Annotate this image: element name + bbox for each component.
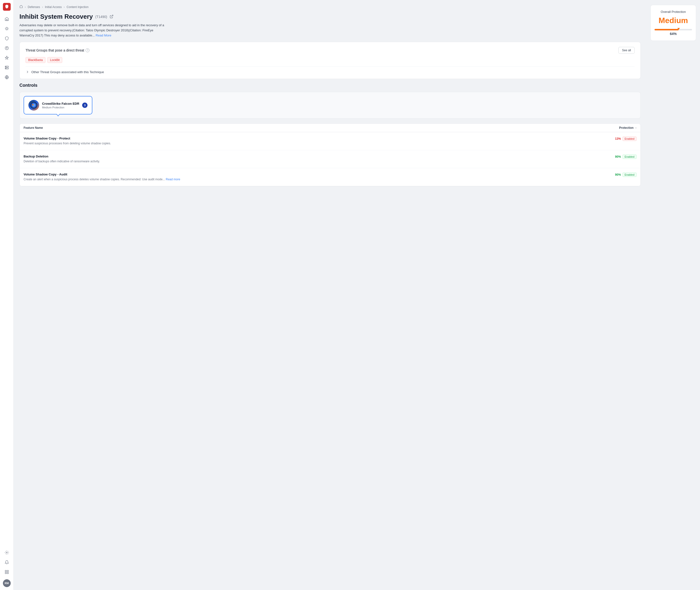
progress-bar-fill	[654, 29, 679, 30]
title-row: Inhibit System Recovery (T1490)	[19, 13, 641, 20]
svg-rect-12	[7, 573, 8, 574]
other-threats-row[interactable]: Other Threat Groups associated with this…	[25, 70, 635, 74]
sidebar-item-upload[interactable]	[2, 44, 11, 53]
sidebar: RM	[0, 0, 14, 590]
controls-section-title: Controls	[19, 83, 641, 88]
overall-protection-title: Overall Protection	[654, 10, 692, 14]
pct-2: 90%	[615, 155, 621, 159]
description-read-more[interactable]: Read More	[96, 33, 111, 37]
features-card: Feature Name Protection ↑	[19, 123, 641, 186]
svg-point-5	[6, 67, 6, 67]
sidebar-item-defenses[interactable]	[2, 34, 11, 43]
content-area: › Defenses › Initial Access › Content In…	[14, 0, 700, 590]
protection-cell-3: 90% Enabled	[547, 168, 640, 186]
svg-rect-10	[7, 570, 8, 572]
svg-rect-11	[5, 573, 6, 574]
protection-badge-2: 90% Enabled	[615, 155, 636, 159]
breadcrumb-defenses[interactable]: Defenses	[28, 5, 40, 9]
tool-info: CrowdStrike Falcon EDR Medium Protection	[42, 102, 79, 109]
threat-divider	[25, 66, 635, 67]
table-row: Backup Deletion Deletion of backups ofte…	[20, 150, 640, 168]
tool-card-arrow	[56, 114, 60, 116]
other-threats-label: Other Threat Groups associated with this…	[31, 70, 104, 74]
user-avatar[interactable]: RM	[3, 579, 11, 587]
protection-level: Medium	[654, 16, 692, 25]
svg-point-6	[6, 68, 6, 69]
see-all-button[interactable]: See all	[618, 47, 635, 54]
page-title: Inhibit System Recovery	[19, 13, 93, 20]
protection-cell-1: 13% Enabled	[547, 132, 640, 150]
sidebar-item-assets[interactable]	[2, 63, 11, 72]
sidebar-item-integrations[interactable]	[2, 73, 11, 82]
page-content: › Defenses › Initial Access › Content In…	[14, 0, 646, 590]
table-row: Volume Shadow Copy - Protect Prevent sus…	[20, 132, 640, 150]
threat-help-icon[interactable]: ?	[86, 48, 89, 52]
threat-tag-lockbit[interactable]: LockBit	[48, 57, 62, 63]
technique-id: (T1490)	[95, 15, 107, 19]
sidebar-item-preferences[interactable]	[2, 568, 11, 576]
table-row: Volume Shadow Copy - Audit Create an ale…	[20, 168, 640, 186]
sort-icon[interactable]: ↑	[635, 127, 636, 129]
right-panel: Overall Protection Medium 64%	[646, 0, 700, 590]
feature-cell-3: Volume Shadow Copy - Audit Create an ale…	[20, 168, 547, 186]
pct-3: 90%	[615, 173, 621, 176]
svg-point-8	[6, 552, 7, 553]
feature-cell-2: Backup Deletion Deletion of backups ofte…	[20, 150, 547, 168]
feature-desc-3: Create an alert when a suspicious proces…	[23, 177, 543, 182]
features-table: Feature Name Protection ↑	[20, 124, 640, 186]
page-header: Inhibit System Recovery (T1490) Adversar…	[19, 13, 641, 38]
breadcrumb-home-icon[interactable]	[19, 5, 23, 9]
breadcrumb-sep-1: ›	[25, 5, 26, 9]
progress-bar-container	[654, 29, 692, 30]
sidebar-item-intelligence[interactable]	[2, 54, 11, 62]
page-description: Adversaries may delete or remove built-i…	[19, 23, 165, 38]
pct-1: 13%	[615, 137, 621, 140]
tool-status: Medium Protection	[42, 106, 79, 109]
controls-section: Controls CrowdStrik	[19, 83, 641, 186]
feature-name-2: Backup Deletion	[23, 155, 543, 158]
col-protection: Protection ↑	[547, 124, 640, 132]
sidebar-item-notifications[interactable]	[2, 558, 11, 567]
crowdstrike-tool-card[interactable]: CrowdStrike Falcon EDR Medium Protection…	[23, 96, 92, 114]
feature-name-1: Volume Shadow Copy - Protect	[23, 136, 543, 140]
protection-percentage: 64%	[654, 32, 692, 36]
breadcrumb-sep-2: ›	[42, 5, 43, 9]
feature-name-3: Volume Shadow Copy - Audit	[23, 173, 543, 176]
breadcrumb-initial-access[interactable]: Initial Access	[45, 5, 62, 9]
overall-protection-card: Overall Protection Medium 64%	[650, 5, 696, 41]
protection-badge-1: 13% Enabled	[615, 136, 636, 141]
breadcrumb: › Defenses › Initial Access › Content In…	[19, 5, 641, 9]
status-1: Enabled	[622, 136, 636, 141]
breadcrumb-sep-3: ›	[64, 5, 65, 9]
status-3: Enabled	[622, 173, 636, 177]
protection-badge-3: 90% Enabled	[615, 173, 636, 177]
main-content: › Defenses › Initial Access › Content In…	[14, 0, 700, 590]
threat-tags: BlackBasta LockBit	[25, 57, 635, 63]
svg-point-1	[6, 28, 8, 30]
tool-badge: 3	[82, 103, 88, 108]
svg-line-13	[111, 15, 113, 17]
tool-icon	[28, 100, 39, 111]
threat-groups-card: Threat Groups that pose a direct threat …	[19, 42, 641, 79]
tool-name: CrowdStrike Falcon EDR	[42, 102, 79, 105]
feature-read-more-3[interactable]: Read more	[166, 178, 180, 181]
svg-rect-0	[6, 19, 7, 21]
sidebar-item-home[interactable]	[2, 15, 11, 23]
controls-tools: CrowdStrike Falcon EDR Medium Protection…	[19, 92, 641, 119]
table-header-row: Feature Name Protection ↑	[20, 124, 640, 132]
feature-desc-1: Prevent suspicious processes from deleti…	[23, 141, 543, 145]
app-logo	[3, 3, 11, 11]
progress-marker	[677, 28, 680, 30]
threat-tag-blackbasta[interactable]: BlackBasta	[25, 57, 46, 63]
feature-desc-2: Deletion of backups often indicative of …	[23, 159, 543, 164]
svg-point-17	[32, 104, 33, 105]
breadcrumb-content-injection[interactable]: Content Injection	[67, 5, 88, 9]
col-feature-name: Feature Name	[20, 124, 547, 132]
sidebar-item-threats[interactable]	[2, 24, 11, 33]
feature-cell-1: Volume Shadow Copy - Protect Prevent sus…	[20, 132, 547, 150]
svg-rect-9	[5, 570, 6, 572]
status-2: Enabled	[622, 155, 636, 159]
external-link-icon[interactable]	[110, 15, 114, 19]
protection-cell-2: 90% Enabled	[547, 150, 640, 168]
sidebar-item-settings[interactable]	[2, 548, 11, 557]
